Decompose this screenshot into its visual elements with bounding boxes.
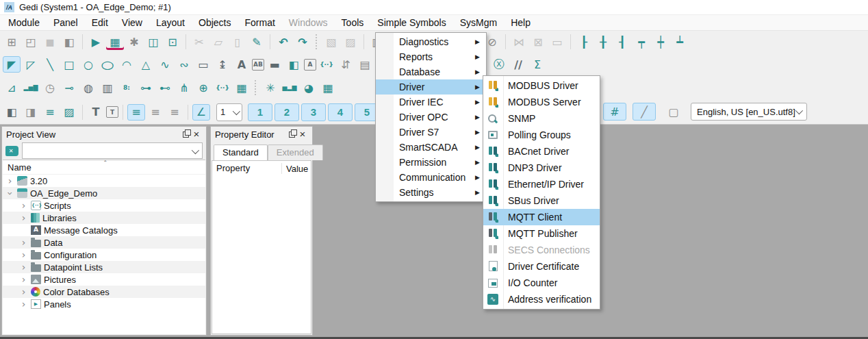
- expander-icon[interactable]: ›: [19, 201, 28, 210]
- run-panel-icon[interactable]: ▶: [87, 34, 105, 50]
- menu-item-bacnet-driver[interactable]: BACnet Driver: [483, 143, 600, 160]
- rotate-angle-icon[interactable]: ∠: [192, 104, 210, 121]
- ellipse-tool-icon[interactable]: ○: [95, 56, 120, 73]
- pie-chart-widget-icon[interactable]: ◕: [300, 79, 318, 96]
- combobox-widget-icon[interactable]: ▤: [356, 56, 374, 73]
- expander-icon[interactable]: ›: [19, 288, 28, 297]
- fill-pattern-icon[interactable]: ▨: [60, 104, 78, 121]
- menu-item-mqtt-publisher[interactable]: MQTT Publisher: [483, 225, 600, 242]
- menu-tools[interactable]: Tools: [335, 15, 371, 30]
- embedded-module-icon[interactable]: ◧: [285, 56, 303, 73]
- float-panel-button[interactable]: [286, 129, 297, 140]
- catalog-button[interactable]: ▢: [662, 103, 685, 121]
- foreground-color-icon[interactable]: ◧: [3, 104, 21, 121]
- toolbar-handle[interactable]: [316, 34, 318, 49]
- tree-item-data[interactable]: › Data: [3, 236, 205, 249]
- rectangle-tool-icon[interactable]: □: [60, 56, 78, 73]
- line-tool-icon[interactable]: ╲: [41, 56, 59, 73]
- tree-item-color-databases[interactable]: › Color Databases: [3, 286, 205, 298]
- connect-input-icon[interactable]: ⊷: [156, 79, 174, 96]
- hierarchy-widget-icon[interactable]: ⋔: [175, 79, 193, 96]
- select-transform-icon[interactable]: ▧: [322, 34, 340, 50]
- expander-icon[interactable]: ›: [5, 177, 14, 186]
- tab-extended[interactable]: Extended: [268, 145, 323, 160]
- panel-import-icon[interactable]: ⊡: [164, 34, 181, 50]
- snap-line-toggle-button[interactable]: ╱: [633, 103, 656, 121]
- mirror-horizontal-icon[interactable]: ⋈: [510, 34, 528, 50]
- expander-icon[interactable]: ›: [19, 238, 28, 247]
- trend-widget-icon[interactable]: ⊿: [3, 79, 21, 96]
- align-middle-vertical-icon[interactable]: ┿: [652, 34, 669, 50]
- menu-item-sbus-driver[interactable]: SBus Driver: [483, 192, 600, 209]
- tree-item-scripts[interactable]: › {··} Scripts: [3, 199, 205, 212]
- calendar-widget-icon[interactable]: ▦: [233, 79, 251, 96]
- tree-item-panels[interactable]: › ▶ Panels: [3, 298, 205, 310]
- tree-item-libraries[interactable]: › Libraries: [3, 212, 205, 224]
- slider-widget-icon[interactable]: ⊸: [60, 79, 78, 96]
- bar-chart-widget-icon[interactable]: ▂▅▇: [22, 79, 40, 96]
- close-panel-button[interactable]: ×: [297, 129, 308, 140]
- float-panel-button[interactable]: [180, 129, 191, 140]
- layer-button-3[interactable]: 3: [301, 103, 326, 121]
- menu-item-io-counter[interactable]: I/O Counter: [483, 275, 600, 291]
- symbol-widget-icon[interactable]: ↨: [214, 56, 231, 73]
- script-editor-icon[interactable]: {··}: [214, 79, 231, 96]
- flash-widget-icon[interactable]: ✳: [261, 79, 279, 96]
- connect-output-icon[interactable]: ⊶: [137, 79, 155, 96]
- menu-item-communication[interactable]: Communication ▶: [376, 170, 486, 185]
- text-align-center-icon[interactable]: ≡: [146, 104, 164, 121]
- new-panel-icon[interactable]: ⊞: [3, 34, 21, 50]
- cut-icon[interactable]: ✂: [190, 34, 208, 50]
- align-center-horizontal-icon[interactable]: ╂: [594, 34, 612, 50]
- spinbox-widget-icon[interactable]: ⇵: [337, 56, 355, 73]
- align-top-icon[interactable]: ┯: [633, 34, 650, 50]
- database-widget-icon[interactable]: ◍: [79, 79, 97, 96]
- column-value[interactable]: Value: [282, 164, 308, 174]
- tree-item-configuration[interactable]: › Configuration: [3, 249, 205, 261]
- text-align-right-icon[interactable]: ≡: [166, 104, 183, 121]
- stats-bars-widget-icon[interactable]: ▅▂▆: [281, 79, 298, 96]
- close-panel-button[interactable]: ×: [191, 129, 202, 140]
- undo-icon[interactable]: ↶: [275, 34, 292, 50]
- menu-layout[interactable]: Layout: [149, 15, 192, 30]
- save-icon[interactable]: ◼: [41, 34, 59, 50]
- font-box-icon[interactable]: T: [106, 106, 118, 118]
- menu-item-driver-opc[interactable]: Driver OPC ▶: [376, 110, 486, 125]
- progress-bar-widget-icon[interactable]: ▥: [99, 79, 116, 96]
- tree-item-3-20[interactable]: › 3.20: [3, 175, 205, 187]
- menu-module[interactable]: Module: [1, 15, 47, 30]
- arc-tool-icon[interactable]: ◠: [118, 56, 136, 73]
- menu-item-dnp3-driver[interactable]: DNP3 Driver: [483, 160, 600, 176]
- grid-toggle-button[interactable]: #: [603, 103, 626, 121]
- bezier-tool-icon[interactable]: ∾: [175, 56, 193, 73]
- menu-simple-symbols[interactable]: Simple Symbols: [370, 15, 452, 30]
- menu-item-smartscada[interactable]: SmartSCADA ▶: [376, 140, 486, 155]
- polyline-tool-icon[interactable]: ∿: [156, 56, 174, 73]
- menu-view[interactable]: View: [115, 15, 149, 30]
- expander-icon[interactable]: ›: [19, 263, 28, 272]
- menu-item-driver-certificate[interactable]: Driver Certificate: [483, 258, 600, 275]
- tree-item-pictures[interactable]: › Pictures: [3, 273, 205, 286]
- menu-item-address-verification[interactable]: Address verification: [483, 291, 600, 307]
- redo-icon[interactable]: ↷: [294, 34, 311, 50]
- menu-edit[interactable]: Edit: [85, 15, 115, 30]
- menu-item-diagnostics[interactable]: Diagnostics ▶: [376, 34, 486, 49]
- menu-help[interactable]: Help: [504, 15, 537, 30]
- font-icon[interactable]: T: [87, 104, 105, 121]
- language-select[interactable]: English, US [en_US.utf8]: [691, 103, 807, 121]
- tree-item-message-catalogs[interactable]: › A Message Catalogs: [3, 224, 205, 236]
- tree-header[interactable]: Name ˆ: [3, 160, 205, 175]
- menu-item-polling-groups[interactable]: Polling Groups: [483, 127, 600, 143]
- menu-item-ethernet-ip-driver[interactable]: Ethernet/IP Driver: [483, 176, 600, 192]
- text-tool-icon[interactable]: A: [233, 56, 251, 73]
- paste-icon[interactable]: ▯: [229, 34, 246, 50]
- menu-item-database[interactable]: Database ▶: [376, 64, 486, 79]
- expander-icon[interactable]: ›: [19, 214, 28, 223]
- x-circle-icon[interactable]: ⓧ: [490, 56, 508, 73]
- pointer-tool-icon[interactable]: ◤: [3, 56, 21, 73]
- menu-item-permission[interactable]: Permission ▶: [376, 155, 486, 170]
- menu-item-driver-iec[interactable]: Driver IEC ▶: [376, 95, 486, 110]
- panel-topology-icon[interactable]: ◫: [144, 34, 162, 50]
- menu-item-settings[interactable]: Settings ▶: [376, 185, 486, 200]
- mirror-vertical-icon[interactable]: ⊠: [529, 34, 547, 50]
